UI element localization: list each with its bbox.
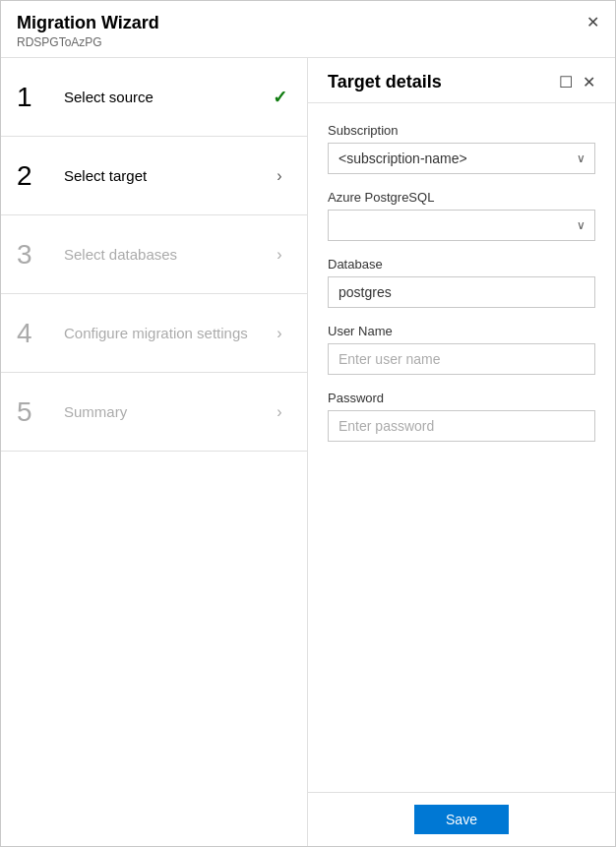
details-header: Target details ☐ ✕ (308, 58, 615, 103)
step-5-icon: › (268, 403, 291, 421)
chevron-right-icon: › (277, 167, 281, 185)
step-3-label: Select databases (52, 246, 268, 263)
details-title: Target details (328, 72, 442, 92)
subscription-group: Subscription <subscription-name> ∨ (328, 123, 595, 174)
step-3[interactable]: 3 Select databases › (1, 215, 307, 294)
subscription-select-wrapper: <subscription-name> ∨ (328, 143, 595, 174)
step-5-number: 5 (17, 396, 52, 428)
step-1[interactable]: 1 Select source ✓ (1, 58, 307, 137)
step-3-number: 3 (17, 239, 52, 271)
azure-postgresql-label: Azure PostgreSQL (328, 190, 595, 205)
database-label: Database (328, 257, 595, 272)
step-1-number: 1 (17, 82, 52, 113)
username-label: User Name (328, 324, 595, 338)
step-5[interactable]: 5 Summary › (1, 373, 307, 452)
username-input[interactable] (328, 343, 595, 375)
chevron-right-icon-5: › (277, 403, 281, 421)
check-icon: ✓ (273, 87, 287, 108)
chevron-right-icon-4: › (277, 325, 281, 342)
steps-spacer (1, 452, 307, 846)
step-4-label: Configure migration settings (52, 325, 268, 341)
step-2-icon: › (268, 167, 291, 185)
title-bar-controls: ✕ (586, 13, 599, 30)
step-1-icon: ✓ (268, 87, 291, 108)
title-bar: Migration Wizard RDSPGToAzPG ✕ (1, 1, 615, 58)
title-bar-content: Migration Wizard RDSPGToAzPG (17, 13, 586, 49)
window-subtitle: RDSPGToAzPG (17, 35, 586, 49)
step-5-label: Summary (52, 403, 268, 420)
password-input[interactable] (328, 410, 595, 442)
step-2-number: 2 (17, 160, 52, 192)
window-title: Migration Wizard (17, 13, 586, 33)
subscription-label: Subscription (328, 123, 595, 138)
database-group: Database (328, 257, 595, 308)
azure-postgresql-select-wrapper: ∨ (328, 210, 595, 241)
step-4-icon: › (268, 325, 291, 342)
password-group: Password (328, 391, 595, 442)
close-details-icon[interactable]: ✕ (583, 73, 595, 91)
steps-panel: 1 Select source ✓ 2 Select target › 3 Se… (1, 58, 308, 846)
step-2[interactable]: 2 Select target › (1, 137, 307, 215)
chevron-right-icon-3: › (277, 246, 281, 264)
details-body: Subscription <subscription-name> ∨ Azure… (308, 103, 615, 792)
close-icon[interactable]: ✕ (586, 15, 599, 30)
migration-wizard-window: Migration Wizard RDSPGToAzPG ✕ 1 Select … (0, 0, 616, 847)
details-header-controls: ☐ ✕ (559, 73, 595, 91)
details-footer: Save (308, 792, 615, 846)
username-group: User Name (328, 324, 595, 375)
step-4-number: 4 (17, 318, 52, 349)
main-content: 1 Select source ✓ 2 Select target › 3 Se… (1, 58, 615, 846)
save-button[interactable]: Save (414, 805, 509, 834)
database-input[interactable] (328, 276, 595, 308)
step-1-label: Select source (52, 89, 268, 105)
maximize-icon[interactable]: ☐ (559, 73, 573, 91)
azure-postgresql-group: Azure PostgreSQL ∨ (328, 190, 595, 241)
subscription-select[interactable]: <subscription-name> (328, 143, 595, 174)
step-3-icon: › (268, 246, 291, 264)
step-2-label: Select target (52, 167, 268, 184)
step-4[interactable]: 4 Configure migration settings › (1, 294, 307, 373)
azure-postgresql-select[interactable] (328, 210, 595, 241)
details-panel: Target details ☐ ✕ Subscription <subscri… (308, 58, 615, 846)
password-label: Password (328, 391, 595, 405)
